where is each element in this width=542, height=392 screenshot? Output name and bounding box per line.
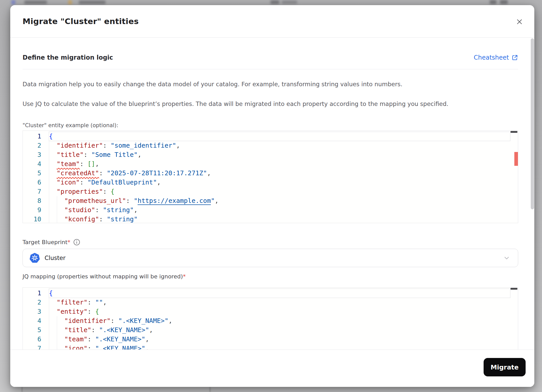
target-blueprint-label-row: Target Blueprint* xyxy=(23,237,80,247)
code-line: "createdAt": "2025-07-28T11:20:17.271Z", xyxy=(49,169,510,178)
target-blueprint-value: Cluster xyxy=(45,255,503,261)
backdrop-text-blur xyxy=(79,1,106,4)
line-number: 5 xyxy=(23,169,41,178)
code-line: "identifier": "some_identifier", xyxy=(49,141,510,150)
jq-mapping-label: JQ mapping (properties without mapping w… xyxy=(23,273,186,280)
code-content: { "identifier": "some_identifier", "titl… xyxy=(49,132,510,223)
code-line: "entity": { xyxy=(49,307,510,316)
backdrop-yellow-icon xyxy=(68,0,72,5)
line-number: 4 xyxy=(23,316,41,325)
migrate-button[interactable]: Migrate xyxy=(484,358,526,376)
line-number: 8 xyxy=(23,196,41,205)
error-overview-marker xyxy=(514,152,518,166)
external-link-icon xyxy=(512,54,518,61)
chevron-down-icon xyxy=(503,254,510,262)
dialog-body: Define the migration logic Cheatsheet Da… xyxy=(10,38,534,350)
kubernetes-icon xyxy=(29,253,40,263)
line-number: 7 xyxy=(23,187,41,196)
backdrop-blue-icon xyxy=(11,0,15,5)
backdrop-control-blur xyxy=(500,0,508,4)
code-line: "icon": ".<KEY_NAME>", xyxy=(49,344,510,350)
line-number: 1 xyxy=(23,132,41,141)
section-heading: Define the migration logic xyxy=(23,54,113,61)
code-line: "title": "Some Title", xyxy=(49,150,510,159)
backdrop-divider xyxy=(210,387,211,392)
cheatsheet-link[interactable]: Cheatsheet xyxy=(474,54,518,61)
code-line: "properties": { xyxy=(49,187,510,196)
info-icon[interactable] xyxy=(73,239,80,246)
line-number: 2 xyxy=(23,298,41,307)
code-line: "filter": "", xyxy=(49,298,510,307)
migrate-entities-dialog: Migrate "Cluster" entities Define the mi… xyxy=(10,5,534,387)
line-number: 2 xyxy=(23,141,41,150)
line-number: 9 xyxy=(23,205,41,215)
target-blueprint-label: Target Blueprint* xyxy=(23,239,70,245)
line-number-gutter: 12345678910 xyxy=(23,132,41,223)
code-line: "identifier": ".<KEY_NAME>", xyxy=(49,316,510,325)
backdrop-search-blur xyxy=(282,1,297,4)
code-line: "team": ".<KEY_NAME>", xyxy=(49,335,510,344)
description-paragraph-2: Use JQ to calculate the value of the blu… xyxy=(23,100,518,108)
backdrop-divider xyxy=(22,387,23,392)
backdrop-control-blur xyxy=(490,0,496,4)
line-number: 7 xyxy=(23,344,41,350)
dialog-header: Migrate "Cluster" entities xyxy=(10,5,534,38)
dialog-title: Migrate "Cluster" entities xyxy=(23,17,139,26)
dialog-footer: Migrate xyxy=(10,350,534,387)
editor-scrollbar-thumb[interactable] xyxy=(510,288,517,290)
line-number: 10 xyxy=(23,215,41,223)
line-number: 5 xyxy=(23,325,41,335)
code-content: { "filter": "", "entity": { "identifier"… xyxy=(49,289,510,350)
line-number: 4 xyxy=(23,159,41,169)
line-number: 3 xyxy=(23,307,41,316)
line-number: 6 xyxy=(23,335,41,344)
code-line: "kconfig": "string" xyxy=(49,215,510,223)
line-number: 1 xyxy=(23,289,41,298)
backdrop-search-blur xyxy=(270,0,279,4)
required-asterisk: * xyxy=(67,239,70,245)
required-asterisk: * xyxy=(183,273,186,280)
entity-example-label: "Cluster" entity example (optional): xyxy=(23,122,118,128)
code-line: "prometheus_url": "https://example.com", xyxy=(49,196,510,205)
editor-scrollbar-thumb[interactable] xyxy=(510,131,517,133)
cheatsheet-label: Cheatsheet xyxy=(474,54,509,61)
line-number: 6 xyxy=(23,178,41,187)
backdrop-text-blur xyxy=(24,1,47,4)
target-blueprint-select[interactable]: Cluster xyxy=(23,249,518,267)
close-button[interactable] xyxy=(514,16,525,27)
code-line: "title": ".<KEY_NAME>", xyxy=(49,325,510,335)
code-line: "studio": "string", xyxy=(49,205,510,215)
close-icon xyxy=(516,18,523,26)
code-line: "team": [], xyxy=(49,159,510,169)
line-number-gutter: 1234567 xyxy=(23,289,41,350)
entity-example-code-editor[interactable]: 12345678910 { "identifier": "some_identi… xyxy=(23,130,518,223)
jq-mapping-code-editor[interactable]: 1234567 { "filter": "", "entity": { "ide… xyxy=(23,287,518,350)
code-line: { xyxy=(49,289,510,298)
code-line: "icon": "DefaultBlueprint", xyxy=(49,178,510,187)
description-paragraph-1: Data migration help you to easily change… xyxy=(23,80,518,88)
code-line: { xyxy=(49,132,510,141)
line-number: 3 xyxy=(23,150,41,159)
dialog-scrollbar-thumb[interactable] xyxy=(531,38,534,209)
section-divider xyxy=(23,69,518,69)
